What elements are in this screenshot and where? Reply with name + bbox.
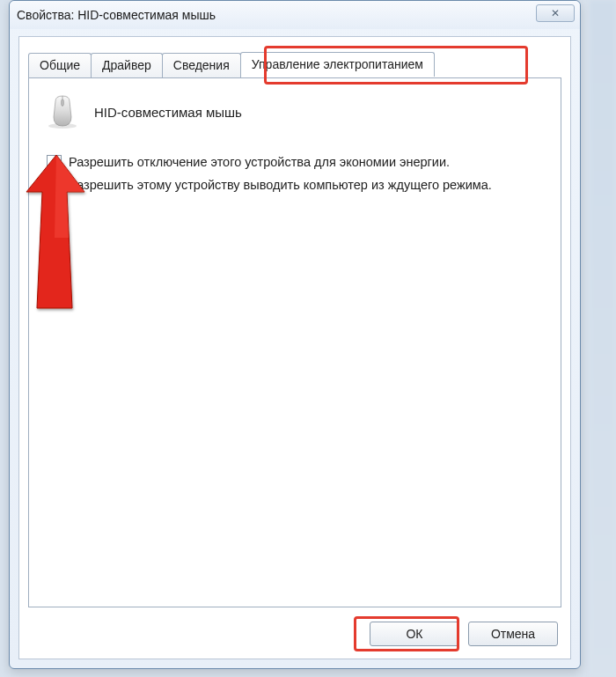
background-blur [590, 0, 616, 677]
allow-turnoff-checkbox[interactable] [47, 155, 62, 170]
allow-wake-row: Разрешить этому устройству выводить комп… [47, 177, 546, 195]
properties-dialog: Свойства: HID-совместимая мышь ✕ Общие Д… [9, 0, 581, 669]
window-title: Свойства: HID-совместимая мышь [17, 8, 216, 22]
tab-power-management[interactable]: Управление электропитанием [240, 52, 435, 77]
allow-wake-checkbox [47, 178, 62, 193]
tab-driver[interactable]: Драйвер [91, 53, 163, 77]
close-icon: ✕ [551, 7, 560, 19]
dialog-buttons: ОК Отмена [370, 622, 558, 646]
allow-turnoff-label: Разрешить отключение этого устройства дл… [69, 154, 450, 172]
close-button[interactable]: ✕ [536, 4, 575, 22]
dialog-body: Общие Драйвер Сведения Управление электр… [18, 36, 571, 659]
allow-turnoff-row: Разрешить отключение этого устройства дл… [47, 154, 546, 172]
tab-general[interactable]: Общие [28, 53, 92, 77]
device-header: HID-совместимая мышь [43, 94, 546, 129]
mouse-icon [43, 94, 82, 129]
device-name-label: HID-совместимая мышь [94, 105, 242, 120]
titlebar[interactable]: Свойства: HID-совместимая мышь ✕ [10, 1, 580, 29]
tab-strip: Общие Драйвер Сведения Управление электр… [28, 53, 434, 77]
tab-details[interactable]: Сведения [162, 53, 241, 77]
svg-rect-2 [62, 99, 64, 106]
cancel-button[interactable]: Отмена [468, 622, 558, 646]
ok-button[interactable]: ОК [370, 622, 459, 646]
tab-panel-power: HID-совместимая мышь Разрешить отключени… [28, 77, 561, 607]
allow-wake-label: Разрешить этому устройству выводить комп… [69, 177, 492, 195]
